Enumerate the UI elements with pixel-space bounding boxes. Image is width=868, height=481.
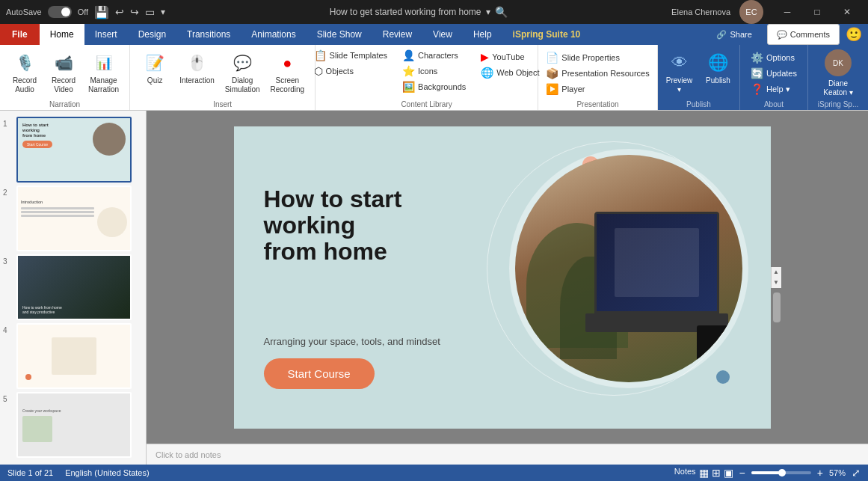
scroll-up-arrow[interactable]: ▲	[771, 267, 781, 278]
objects-button[interactable]: ⬡ Objects	[310, 64, 392, 79]
scroll-down-arrow[interactable]: ▼	[771, 278, 781, 288]
slide-2-title: Introduction	[21, 200, 43, 204]
save-icon[interactable]: 💾	[94, 5, 109, 19]
zoom-slider[interactable]	[751, 471, 811, 474]
manage-narration-button[interactable]: 📊 ManageNarration	[84, 48, 123, 97]
preview-button[interactable]: 👁 Preview▾	[661, 48, 698, 97]
slide-2-content: Introduction	[18, 187, 130, 250]
help-button[interactable]: ❓ Help ▾	[746, 82, 801, 96]
tab-design[interactable]: Design	[128, 24, 176, 45]
publish-buttons: 👁 Preview▾ 🌐 Publish	[661, 48, 737, 99]
slide-5-thumb[interactable]: Create your workspace	[16, 392, 132, 458]
comments-icon: 💬	[777, 30, 787, 40]
record-audio-button[interactable]: 🎙️ RecordAudio	[6, 48, 43, 97]
screen-recording-icon: ●	[275, 51, 299, 75]
phone	[697, 325, 731, 371]
emoji-icon[interactable]: 🙂	[846, 26, 862, 43]
start-course-button[interactable]: Start Course	[264, 358, 375, 389]
slide-4-thumb[interactable]	[16, 323, 132, 389]
record-video-button[interactable]: 📹 RecordVideo	[45, 48, 82, 97]
dialog-simulation-button[interactable]: 💬 DialogSimulation	[221, 48, 265, 97]
fit-slide-icon[interactable]: ⤢	[852, 467, 861, 479]
comments-button[interactable]: 💬 Comments	[767, 24, 840, 45]
presentation-mode-icon[interactable]: ▭	[145, 6, 155, 18]
slide-templates-button[interactable]: 📋 Slide Templates	[310, 48, 392, 63]
customize-icon[interactable]: ▾	[161, 7, 165, 17]
presentation-section-label: Presentation	[576, 99, 618, 108]
quiz-button[interactable]: 📝 Quiz	[136, 48, 173, 88]
slide-title-line2: working	[264, 212, 356, 239]
tab-slideshow[interactable]: Slide Show	[307, 24, 372, 45]
maximize-button[interactable]: □	[802, 0, 832, 24]
narration-buttons: 🎙️ RecordAudio 📹 RecordVideo 📊 ManageNar…	[6, 48, 123, 99]
user-avatar-ribbon: DK	[825, 49, 852, 76]
slide-1-thumb[interactable]: How to startworkingfrom home Start Cours…	[16, 117, 132, 183]
undo-icon[interactable]: ↩	[115, 6, 124, 18]
youtube-button[interactable]: ▶ YouTube	[476, 49, 544, 64]
tab-animations[interactable]: Animations	[241, 24, 306, 45]
help-icon: ❓	[751, 83, 763, 95]
normal-view-icon[interactable]: ▦	[699, 467, 709, 479]
content-library-youtube: ▶ YouTube 🌐 Web Object	[476, 49, 544, 80]
tab-insert[interactable]: Insert	[84, 24, 128, 45]
ispring-section-label: iSpring Sp...	[818, 99, 858, 108]
ribbon: 🎙️ RecordAudio 📹 RecordVideo 📊 ManageNar…	[0, 45, 868, 111]
slide-3-thumb[interactable]: How to work from homeand stay productive	[16, 254, 132, 320]
slide-canvas[interactable]: How to start working from home Arranging…	[234, 126, 771, 429]
close-button[interactable]: ✕	[832, 0, 862, 24]
tab-transitions[interactable]: Transitions	[176, 24, 241, 45]
redo-icon[interactable]: ↪	[130, 6, 139, 18]
tab-file[interactable]: File	[0, 24, 40, 45]
player-button[interactable]: ▶️ Player	[541, 82, 653, 96]
ribbon-section-publish: 👁 Preview▾ 🌐 Publish Publish	[658, 45, 740, 110]
backgrounds-label: Backgrounds	[418, 82, 466, 91]
notes-bar[interactable]: Click to add notes	[147, 444, 868, 465]
slide-1-thumb-title: How to startworkingfrom home	[22, 123, 93, 139]
tab-help[interactable]: Help	[463, 24, 502, 45]
icons-button[interactable]: ⭐ Icons	[398, 64, 470, 79]
slide-sorter-icon[interactable]: ⊞	[712, 467, 721, 479]
screen-recording-button[interactable]: ● ScreenRecording	[266, 48, 310, 97]
canvas-container: How to start working from home Arranging…	[147, 111, 868, 465]
vertical-scrollbar[interactable]: ▲ ▼	[771, 267, 781, 288]
presentation-resources-button[interactable]: 📦 Presentation Resources	[541, 66, 653, 81]
view-icons: Notes ▦ ⊞ ▣	[674, 467, 733, 479]
zoom-handle[interactable]	[778, 469, 786, 477]
search-icon[interactable]: 🔍	[495, 6, 508, 18]
tab-ispring[interactable]: iSpring Suite 10	[502, 24, 591, 45]
zoom-in-icon[interactable]: +	[817, 467, 823, 479]
tab-review[interactable]: Review	[372, 24, 422, 45]
scroll-thumb[interactable]	[773, 292, 781, 322]
web-object-button[interactable]: 🌐 Web Object	[476, 65, 544, 80]
reading-view-icon[interactable]: ▣	[724, 467, 733, 479]
slide-4-wrap: 4	[3, 323, 143, 389]
share-button[interactable]: 🔗 Share	[707, 24, 760, 45]
characters-button[interactable]: 👤 Characters	[398, 48, 470, 63]
slide-4-dot	[25, 374, 31, 380]
user-area: DK DianeKeaton ▾	[823, 48, 852, 99]
slide-2-body	[21, 207, 127, 237]
minimize-button[interactable]: ─	[772, 0, 802, 24]
title-dropdown-icon[interactable]: ▾	[486, 7, 490, 17]
autosave-toggle[interactable]	[48, 6, 72, 18]
slide-title-line3: from home	[264, 238, 387, 265]
title-bar-left: AutoSave Off 💾 ↩ ↪ ▭ ▾	[6, 5, 165, 19]
backgrounds-button[interactable]: 🖼️ Backgrounds	[398, 79, 470, 94]
notes-toggle[interactable]: Notes	[674, 467, 696, 479]
options-button[interactable]: ⚙️ Options	[746, 50, 801, 65]
tab-view[interactable]: View	[422, 24, 463, 45]
zoom-out-icon[interactable]: −	[739, 467, 745, 479]
tab-home[interactable]: Home	[40, 24, 84, 45]
dialog-simulation-icon: 💬	[230, 51, 254, 75]
interaction-button[interactable]: 🖱️ Interaction	[175, 48, 219, 88]
slide-4-content	[18, 325, 130, 387]
app-tabs: File Home Insert Design Transitions Anim…	[0, 24, 868, 45]
youtube-icon: ▶	[481, 51, 489, 63]
updates-button[interactable]: 🔄 Updates	[746, 66, 801, 81]
preview-label: Preview▾	[666, 76, 693, 94]
publish-button[interactable]: 🌐 Publish	[700, 48, 737, 88]
slide-2-thumb[interactable]: Introduction	[16, 186, 132, 251]
share-label: Share	[730, 30, 751, 39]
slide-2-lines	[21, 207, 94, 237]
slide-properties-button[interactable]: 📄 Slide Properties	[541, 50, 653, 65]
